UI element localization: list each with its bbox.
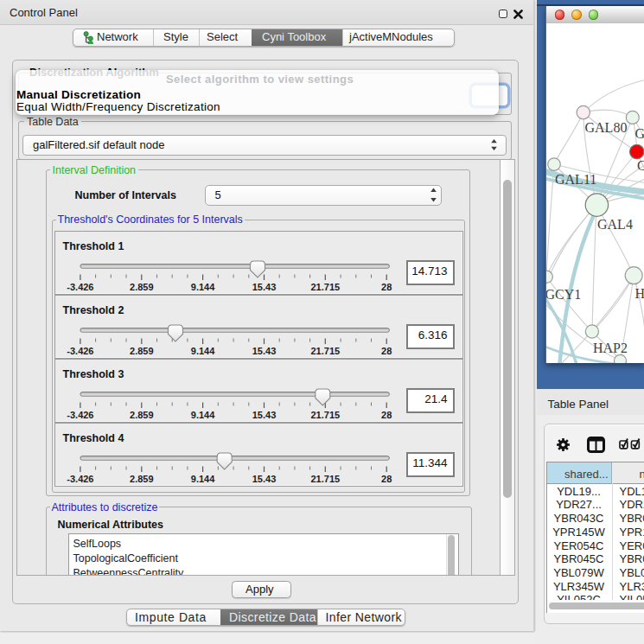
svg-text:2.859: 2.859 bbox=[130, 410, 154, 420]
svg-text:2.859: 2.859 bbox=[130, 474, 154, 484]
svg-text:GAL11: GAL11 bbox=[555, 172, 596, 187]
svg-text:GAL4: GAL4 bbox=[597, 217, 633, 232]
svg-text:21.715: 21.715 bbox=[310, 410, 340, 420]
svg-text:C: C bbox=[637, 158, 644, 173]
svg-text:15.43: 15.43 bbox=[252, 346, 276, 356]
svg-text:-3.426: -3.426 bbox=[67, 474, 93, 484]
svg-text:28: 28 bbox=[381, 474, 392, 484]
svg-text:28: 28 bbox=[381, 410, 392, 420]
svg-text:9.144: 9.144 bbox=[190, 410, 214, 420]
svg-text:GA: GA bbox=[635, 126, 644, 141]
svg-text:28: 28 bbox=[381, 346, 392, 356]
svg-text:21.715: 21.715 bbox=[310, 282, 340, 292]
svg-text:2.859: 2.859 bbox=[130, 346, 154, 356]
svg-text:28: 28 bbox=[381, 282, 392, 292]
svg-text:2.859: 2.859 bbox=[130, 282, 154, 292]
svg-text:-3.426: -3.426 bbox=[67, 410, 93, 420]
svg-text:9.144: 9.144 bbox=[190, 474, 214, 484]
svg-text:-3.426: -3.426 bbox=[67, 282, 93, 292]
svg-text:21.715: 21.715 bbox=[310, 474, 340, 484]
svg-text:15.43: 15.43 bbox=[252, 282, 276, 292]
svg-text:GAL80: GAL80 bbox=[585, 120, 628, 135]
svg-text:15.43: 15.43 bbox=[252, 410, 276, 420]
svg-text:9.144: 9.144 bbox=[190, 346, 214, 356]
svg-text:21.715: 21.715 bbox=[310, 346, 340, 356]
svg-text:H: H bbox=[635, 286, 644, 301]
svg-text:9.144: 9.144 bbox=[190, 282, 214, 292]
svg-text:15.43: 15.43 bbox=[252, 474, 276, 484]
svg-text:GCY1: GCY1 bbox=[546, 287, 581, 302]
svg-text:-3.426: -3.426 bbox=[67, 346, 93, 356]
svg-text:HAP2: HAP2 bbox=[593, 341, 628, 355]
